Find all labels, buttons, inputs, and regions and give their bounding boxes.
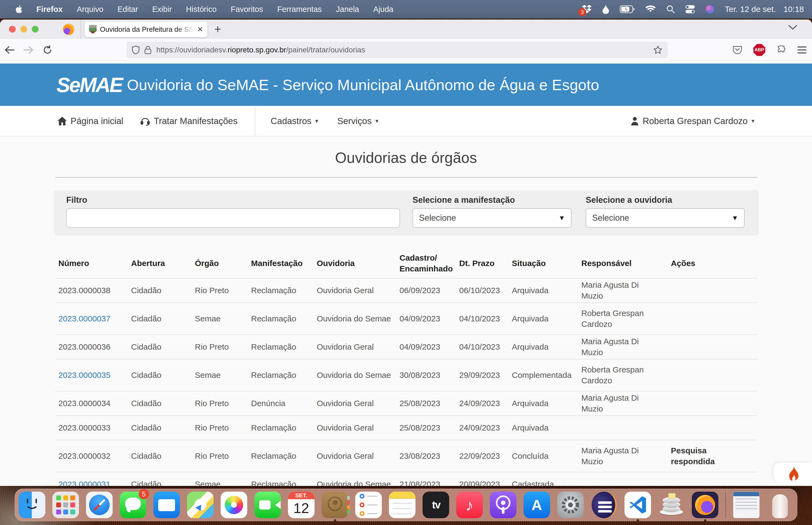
- nav-cadastros-dropdown[interactable]: Cadastros ▾: [271, 116, 318, 126]
- dock-mail-icon[interactable]: [153, 492, 180, 518]
- page-title: Ouvidorias de órgãos: [0, 149, 812, 166]
- table-row: 2023.0000037 Cidadão Semae Reclamação Ou…: [55, 303, 757, 335]
- site-nav: Página inicial Tratar Manifestações Cada…: [0, 106, 812, 137]
- caret-down-icon: ▾: [315, 118, 318, 124]
- lock-icon[interactable]: [144, 46, 151, 54]
- tab-close-icon[interactable]: ✕: [197, 25, 203, 34]
- menubar-date[interactable]: Ter. 12 de set.: [725, 5, 776, 14]
- select-arrow-icon: ▼: [732, 214, 738, 222]
- bookmark-star-icon[interactable]: [654, 46, 662, 54]
- menubar-item-exibir[interactable]: Exibir: [145, 5, 179, 14]
- menubar-item-favoritos[interactable]: Favoritos: [224, 5, 270, 14]
- dock-podcasts-icon[interactable]: [490, 492, 517, 518]
- nav-servicos-dropdown[interactable]: Serviços ▾: [337, 116, 379, 126]
- user-name: Roberta Grespan Cardozo: [643, 116, 748, 126]
- manifestacao-link[interactable]: 2023.0000037: [58, 313, 131, 324]
- flame-icon: [785, 465, 800, 483]
- dropbox-icon[interactable]: 3: [582, 5, 592, 14]
- manifestacao-link[interactable]: 2023.0000031: [58, 479, 131, 486]
- dock-photos-icon[interactable]: [221, 492, 247, 518]
- table-row: 2023.0000035 Cidadão Semae Reclamação Ou…: [55, 359, 757, 391]
- nav-user-dropdown[interactable]: Roberta Grespan Cardozo ▾: [631, 116, 754, 126]
- caret-down-icon: ▾: [751, 118, 754, 124]
- select-arrow-icon: ▼: [558, 214, 565, 222]
- firefox-logo-icon: [63, 24, 74, 35]
- tracking-shield-icon[interactable]: [132, 46, 139, 54]
- battery-icon[interactable]: [620, 5, 634, 13]
- site-header-title: Ouvidoria do SeMAE - Serviço Municipal A…: [127, 76, 599, 94]
- nav-tratar-manifestacoes[interactable]: Tratar Manifestações: [141, 116, 238, 126]
- dock-app-store-icon[interactable]: A: [523, 492, 550, 518]
- dock-firefox-icon[interactable]: [692, 492, 718, 518]
- pocket-icon[interactable]: [733, 45, 742, 55]
- manifestacao-link[interactable]: 2023.0000035: [58, 370, 131, 380]
- forward-button[interactable]: [19, 46, 38, 54]
- menubar-item-historico[interactable]: Histórico: [179, 5, 224, 14]
- dock-system-settings-icon[interactable]: [557, 492, 584, 518]
- dropbox-badge: 3: [578, 8, 586, 16]
- spotlight-search-icon[interactable]: [667, 5, 675, 13]
- siri-icon[interactable]: [706, 5, 714, 13]
- dock-messages-icon[interactable]: 5: [120, 492, 146, 518]
- dock-calendar-icon[interactable]: SET. 12: [288, 492, 315, 518]
- back-button[interactable]: [0, 46, 19, 54]
- tab-favicon-crest-icon: [89, 25, 97, 34]
- semae-logo: SeMAE: [57, 73, 122, 96]
- menubar-app-name[interactable]: Firefox: [29, 5, 70, 14]
- extensions-puzzle-icon[interactable]: [777, 45, 786, 55]
- dock-minimized-window-icon[interactable]: [733, 492, 760, 518]
- dock-music-icon[interactable]: ♪: [456, 492, 483, 518]
- dock-finder-icon[interactable]: [19, 492, 45, 518]
- new-tab-button[interactable]: +: [214, 23, 221, 36]
- browser-tab[interactable]: Ouvidoria da Prefeitura de São ✕: [85, 21, 207, 37]
- codeigniter-debug-toggle[interactable]: [773, 463, 812, 486]
- filtro-input[interactable]: [66, 208, 400, 228]
- manifestacao-select[interactable]: Selecione ▼: [413, 208, 571, 228]
- control-center-icon[interactable]: [686, 5, 695, 13]
- window-minimize-button[interactable]: [20, 26, 27, 33]
- contacts-running-indicator: [334, 519, 336, 522]
- dock-trash-icon[interactable]: [767, 492, 793, 518]
- apple-menu-icon[interactable]: [8, 5, 29, 13]
- url-bar[interactable]: https://ouvidoriadesv.riopreto.sp.gov.br…: [126, 42, 668, 58]
- title-divider: [55, 177, 757, 178]
- menubar-time[interactable]: 10:18: [783, 5, 804, 14]
- url-text[interactable]: https://ouvidoriadesv.riopreto.sp.gov.br…: [156, 46, 649, 54]
- navigation-toolbar: https://ouvidoriadesv.riopreto.sp.gov.br…: [0, 39, 812, 61]
- droplet-icon[interactable]: [602, 5, 609, 14]
- window-zoom-button[interactable]: [32, 26, 39, 33]
- page-content: SeMAE Ouvidoria do SeMAE - Serviço Munic…: [0, 61, 812, 486]
- filter-card: Filtro Selecione a manifestação Selecion…: [54, 190, 759, 235]
- dock-maps-icon[interactable]: [187, 492, 214, 518]
- dock-reminders-icon[interactable]: [355, 492, 382, 518]
- dock-safari-icon[interactable]: [86, 492, 113, 518]
- dock-facetime-icon[interactable]: [254, 492, 281, 518]
- ouvidoria-select[interactable]: Selecione ▼: [586, 208, 745, 228]
- wifi-icon[interactable]: [645, 5, 656, 13]
- table-row: 2023.0000036 Cidadão Rio Preto Reclamaçã…: [55, 335, 757, 359]
- dock-notes-icon[interactable]: [389, 492, 415, 518]
- ouvidoria-label: Selecione a ouvidoria: [586, 195, 672, 205]
- dock-vscode-icon[interactable]: [625, 492, 651, 518]
- caret-down-icon: ▾: [376, 118, 378, 124]
- dock-sequel-pro-icon[interactable]: [658, 492, 685, 518]
- macos-dock: 5 SET. 12 tv ♪ A: [15, 489, 797, 521]
- menubar-item-ajuda[interactable]: Ajuda: [366, 5, 400, 14]
- reload-button[interactable]: [38, 45, 57, 55]
- menubar-item-ferramentas[interactable]: Ferramentas: [270, 5, 329, 14]
- menubar-item-janela[interactable]: Janela: [329, 5, 366, 14]
- dock-eclipse-icon[interactable]: [591, 492, 617, 518]
- dock-apple-tv-icon[interactable]: tv: [423, 492, 449, 518]
- dock-launchpad-icon[interactable]: [52, 492, 79, 518]
- app-menu-hamburger-icon[interactable]: [797, 46, 807, 54]
- page-body: Ouvidorias de órgãos Filtro Selecione a …: [0, 137, 812, 486]
- menubar-item-editar[interactable]: Editar: [110, 5, 145, 14]
- dock-contacts-icon[interactable]: [322, 492, 348, 518]
- adblock-plus-icon[interactable]: ABP: [753, 44, 765, 56]
- manifestacao-label: Selecione a manifestação: [413, 195, 515, 205]
- table-row: 2023.0000032 Cidadão Rio Preto Reclamaçã…: [55, 440, 757, 472]
- list-tabs-chevron-icon[interactable]: [788, 25, 797, 30]
- window-close-button[interactable]: [9, 26, 16, 33]
- nav-pagina-inicial[interactable]: Página inicial: [58, 116, 123, 126]
- menubar-item-arquivo[interactable]: Arquivo: [70, 5, 110, 14]
